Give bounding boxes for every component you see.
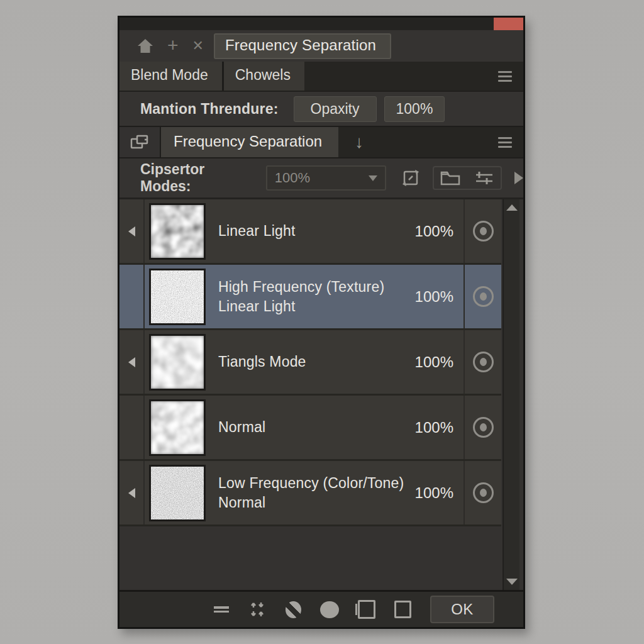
visibility-cell[interactable] — [464, 265, 501, 328]
tab-blend-mode[interactable]: Blend Mode — [119, 62, 222, 91]
options-label: Mantion Threndure: — [140, 101, 279, 118]
scroll-up-icon[interactable] — [506, 204, 518, 211]
swap-layers-icon[interactable] — [400, 167, 421, 189]
opacity-dropdown-value: 100% — [275, 170, 369, 186]
visibility-cell[interactable] — [464, 330, 501, 394]
document-tab-bar: + ✕ Frequency Separation — [119, 30, 523, 62]
panel-menu-icon[interactable] — [487, 62, 523, 91]
eye-icon[interactable] — [473, 482, 494, 503]
expand-right-icon[interactable] — [514, 172, 523, 184]
tab-frequency-separation[interactable]: Frequency Separation — [161, 127, 338, 157]
desktop-background: + ✕ Frequency Separation Blend Mode Chow… — [0, 0, 644, 644]
layer-name: High Frequency (Texture) — [218, 277, 415, 297]
layer-row-linear-light[interactable]: Linear Light 100% — [119, 199, 501, 265]
layer-label: Low Frequency (Color/Tone) Normal — [218, 474, 415, 513]
layer-opacity: 100% — [415, 484, 453, 502]
layer-thumbnail[interactable] — [149, 269, 206, 325]
new-layer-icon[interactable] — [358, 600, 376, 619]
layer-blend-sub: Normal — [218, 493, 415, 513]
fill-layer-icon[interactable] — [320, 601, 338, 618]
layer-name: Normal — [218, 418, 415, 437]
tab-chowels[interactable]: Chowels — [224, 62, 304, 91]
layer-label: Normal — [218, 418, 415, 437]
layer-label: Tiangls Mode — [218, 352, 415, 372]
visibility-cell[interactable] — [464, 461, 501, 525]
row-gutter — [119, 396, 145, 459]
toolbar-button-group — [433, 166, 502, 190]
layer-thumbnail[interactable] — [149, 334, 206, 391]
opacity-value-button[interactable]: 100% — [384, 96, 445, 122]
eye-icon[interactable] — [473, 352, 494, 372]
layer-thumbnail[interactable] — [149, 465, 206, 521]
opacity-button[interactable]: Opaxity — [294, 96, 377, 122]
distribute-arrows-icon[interactable] — [248, 600, 267, 619]
filter-sliders-icon[interactable] — [474, 170, 494, 186]
eye-icon[interactable] — [473, 417, 494, 438]
visibility-cell[interactable] — [464, 396, 501, 459]
scroll-down-icon[interactable] — [506, 579, 518, 585]
layers-list: Linear Light 100% High Frequency (Textur… — [119, 199, 501, 526]
panel-header-spacer — [380, 127, 487, 157]
link-layers-icon[interactable] — [214, 604, 229, 614]
panel-tabs-bar: Blend Mode Chowels — [119, 62, 523, 91]
row-gutter — [119, 265, 145, 328]
layer-label: Linear Light — [218, 221, 415, 241]
collapse-arrow-icon[interactable] — [128, 488, 135, 498]
layer-row-tiangls-mode[interactable]: Tiangls Mode 100% — [119, 330, 501, 396]
new-tab-icon[interactable]: + — [167, 36, 179, 55]
layer-row-high-frequency[interactable]: High Frequency (Texture) Linear Light 10… — [119, 265, 501, 330]
layer-opacity: 100% — [415, 353, 453, 371]
document-tab[interactable]: Frequency Separation — [214, 33, 391, 59]
collapse-arrow-icon[interactable] — [128, 357, 135, 367]
window-title-strip — [119, 18, 523, 30]
eye-icon[interactable] — [473, 286, 494, 307]
layers-panel-menu-icon[interactable] — [487, 127, 523, 157]
opacity-dropdown[interactable]: 100% — [266, 165, 386, 191]
home-icon[interactable] — [137, 38, 153, 53]
bottom-action-bar: OK — [119, 590, 523, 627]
layer-name: Linear Light — [218, 221, 415, 241]
ok-button[interactable]: OK — [430, 596, 494, 623]
down-arrow-icon[interactable]: ↓ — [338, 127, 380, 157]
frequency-separation-dialog: + ✕ Frequency Separation Blend Mode Chow… — [118, 16, 525, 629]
row-gutter — [119, 199, 145, 263]
eye-icon[interactable] — [473, 221, 494, 242]
layers-empty-area — [119, 526, 523, 590]
layers-panel-icon-cell[interactable] — [119, 127, 161, 157]
layer-blend-sub: Linear Light — [218, 297, 415, 316]
adjustment-layer-icon[interactable] — [286, 601, 301, 618]
layers-toolbar: Cipsertor Modes: 100% — [119, 158, 523, 199]
layer-thumbnail[interactable] — [149, 203, 206, 260]
row-gutter — [119, 461, 145, 525]
options-row: Mantion Threndure: Opaxity 100% — [119, 91, 523, 126]
layer-opacity: 100% — [415, 288, 453, 306]
layer-row-normal[interactable]: Normal 100% — [119, 396, 501, 461]
layer-opacity: 100% — [415, 223, 453, 240]
row-gutter — [119, 330, 145, 394]
visibility-cell[interactable] — [464, 199, 501, 263]
layers-list-area: Linear Light 100% High Frequency (Textur… — [119, 199, 523, 590]
layer-name: Tiangls Mode — [218, 352, 415, 372]
close-window-button[interactable] — [494, 18, 523, 30]
chevron-down-icon — [369, 175, 377, 181]
layer-opacity: 100% — [415, 419, 453, 436]
vertical-scrollbar[interactable] — [502, 199, 519, 590]
folder-icon[interactable] — [440, 170, 460, 186]
layer-thumbnail[interactable] — [149, 399, 206, 456]
layers-panel-header: Frequency Separation ↓ — [119, 126, 523, 158]
layers-icon — [130, 134, 149, 150]
layer-row-low-frequency[interactable]: Low Frequency (Color/Tone) Normal 100% — [119, 461, 501, 526]
new-group-icon[interactable] — [394, 601, 411, 618]
collapse-arrow-icon[interactable] — [128, 226, 135, 236]
layer-label: High Frequency (Texture) Linear Light — [218, 277, 415, 316]
layer-name: Low Frequency (Color/Tone) — [218, 474, 415, 493]
toolbar-label: Cipsertor Modes: — [140, 161, 256, 195]
close-tab-icon[interactable]: ✕ — [192, 38, 204, 54]
tabs-spacer — [304, 62, 487, 91]
